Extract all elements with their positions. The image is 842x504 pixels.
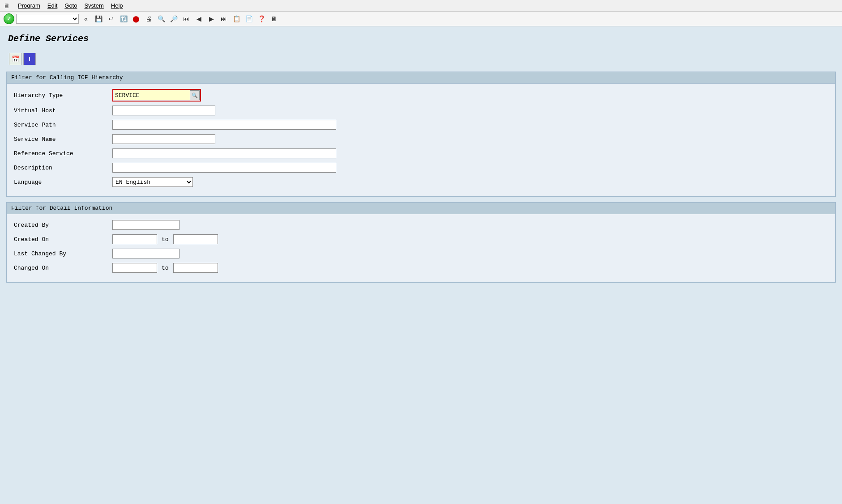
menu-edit[interactable]: Edit: [45, 1, 60, 10]
info-icon: i: [29, 56, 30, 63]
changed-on-row: Changed On to: [14, 263, 828, 273]
calendar-icon: 📅: [12, 55, 19, 63]
status-icon: ✓: [4, 13, 14, 24]
changed-on-label: Changed On: [14, 265, 112, 271]
created-by-label: Created By: [14, 222, 112, 229]
layout2-btn[interactable]: 📄: [244, 13, 254, 24]
hierarchy-type-input-wrapper: 🔍: [112, 89, 201, 102]
hierarchy-search-btn[interactable]: 🔍: [190, 90, 200, 100]
page-title: Define Services: [6, 31, 836, 47]
save-btn[interactable]: 💾: [93, 13, 104, 24]
service-path-row: Service Path: [14, 119, 828, 130]
redo-btn-1[interactable]: 🔃: [118, 13, 129, 24]
last-changed-by-input[interactable]: [112, 249, 180, 258]
virtual-host-row: Virtual Host: [14, 105, 828, 116]
hierarchy-type-label: Hierarchy Type: [14, 92, 112, 99]
find-next-btn[interactable]: 🔎: [168, 13, 179, 24]
service-path-input[interactable]: [112, 120, 336, 130]
transaction-dropdown[interactable]: [16, 14, 79, 24]
stop-btn[interactable]: ⬤: [131, 13, 141, 24]
section-detail-info: Filter for Detail Information Created By…: [6, 202, 836, 283]
created-on-to-input[interactable]: [173, 234, 218, 244]
main-content: Define Services 📅 i Filter for Calling I…: [0, 26, 842, 504]
menu-help[interactable]: Help: [108, 1, 126, 10]
description-input[interactable]: [112, 163, 336, 173]
help-btn[interactable]: ❓: [256, 13, 267, 24]
description-row: Description: [14, 162, 828, 173]
page-first-btn[interactable]: ⏮: [181, 13, 192, 24]
changed-on-to-input[interactable]: [173, 263, 218, 273]
last-changed-by-row: Last Changed By: [14, 248, 828, 259]
virtual-host-label: Virtual Host: [14, 107, 112, 114]
icon-toolbar: 📅 i: [6, 51, 836, 67]
toolbar: ✓ « 💾 ↩ 🔃 ⬤ 🖨 🔍 🔎 ⏮ ◀ ▶ ⏭ 📋 📄 ❓ 🖥: [0, 12, 842, 26]
customize-btn[interactable]: 🖥: [269, 13, 279, 24]
description-label: Description: [14, 165, 112, 171]
created-on-to-label: to: [162, 236, 169, 243]
layout-btn[interactable]: 📋: [231, 13, 242, 24]
section2-header: Filter for Detail Information: [7, 203, 835, 214]
created-by-input[interactable]: [112, 220, 180, 230]
print-btn[interactable]: 🖨: [143, 13, 154, 24]
created-on-from-input[interactable]: [112, 234, 157, 244]
menu-goto[interactable]: Goto: [62, 1, 80, 10]
calendar-icon-btn[interactable]: 📅: [9, 53, 21, 65]
section-icf-hierarchy: Filter for Calling ICF Hierarchy Hierarc…: [6, 72, 836, 197]
menu-program[interactable]: Program: [15, 1, 43, 10]
language-select[interactable]: EN English DE German FR French ES Spanis…: [112, 177, 193, 187]
last-changed-by-label: Last Changed By: [14, 250, 112, 257]
reference-service-input[interactable]: [112, 148, 336, 158]
page-next-btn[interactable]: ▶: [206, 13, 217, 24]
changed-on-to-label: to: [162, 265, 169, 271]
hierarchy-type-row: Hierarchy Type 🔍: [14, 89, 828, 102]
service-name-input[interactable]: [112, 134, 215, 144]
reference-service-row: Reference Service: [14, 148, 828, 159]
created-on-row: Created On to: [14, 234, 828, 245]
menu-system[interactable]: System: [81, 1, 106, 10]
language-label: Language: [14, 179, 112, 186]
reference-service-label: Reference Service: [14, 150, 112, 157]
hierarchy-type-input[interactable]: [114, 90, 190, 100]
section1-header: Filter for Calling ICF Hierarchy: [7, 72, 835, 84]
find-btn[interactable]: 🔍: [156, 13, 167, 24]
section1-body: Hierarchy Type 🔍 Virtual Host Service Pa…: [7, 84, 835, 196]
virtual-host-input[interactable]: [112, 106, 215, 115]
created-on-label: Created On: [14, 236, 112, 243]
sap-logo-icon: 🖥: [4, 2, 10, 9]
back-btn[interactable]: «: [81, 13, 91, 24]
service-name-row: Service Name: [14, 134, 828, 144]
service-name-label: Service Name: [14, 136, 112, 143]
language-row: Language EN English DE German FR French …: [14, 177, 828, 187]
section2-body: Created By Created On to Last Changed By…: [7, 214, 835, 282]
menu-bar: 🖥 Program Edit Goto System Help: [0, 0, 842, 12]
page-prev-btn[interactable]: ◀: [193, 13, 204, 24]
undo-btn[interactable]: ↩: [106, 13, 116, 24]
page-last-btn[interactable]: ⏭: [218, 13, 229, 24]
changed-on-from-input[interactable]: [112, 263, 157, 273]
created-by-row: Created By: [14, 220, 828, 230]
service-path-label: Service Path: [14, 122, 112, 128]
info-icon-btn[interactable]: i: [23, 53, 36, 65]
